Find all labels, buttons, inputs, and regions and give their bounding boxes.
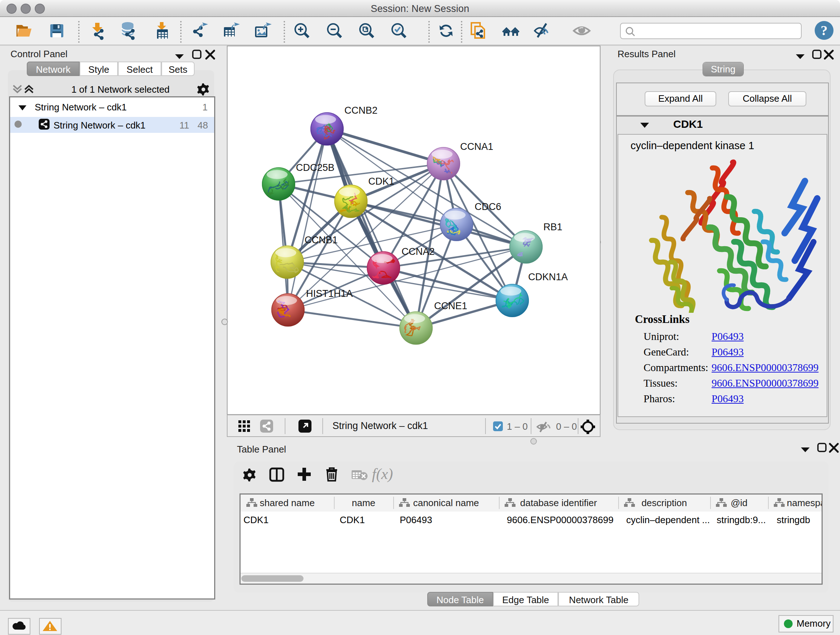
svg-text:CCNB2: CCNB2 [344, 105, 378, 116]
svg-text:CCNA1: CCNA1 [460, 141, 493, 152]
svg-text:CDC25B: CDC25B [296, 162, 335, 173]
svg-text:?: ? [821, 23, 828, 38]
svg-text:CDKN1A: CDKN1A [528, 272, 568, 282]
svg-text:CCNA2: CCNA2 [401, 246, 435, 257]
svg-text:CCNE1: CCNE1 [434, 301, 467, 311]
svg-text:HIST1H1A: HIST1H1A [306, 288, 353, 299]
svg-text:RB1: RB1 [543, 222, 562, 233]
svg-text:CDC6: CDC6 [475, 201, 501, 212]
svg-text:CDK1: CDK1 [368, 176, 394, 187]
svg-text:CCNB1: CCNB1 [305, 234, 338, 245]
